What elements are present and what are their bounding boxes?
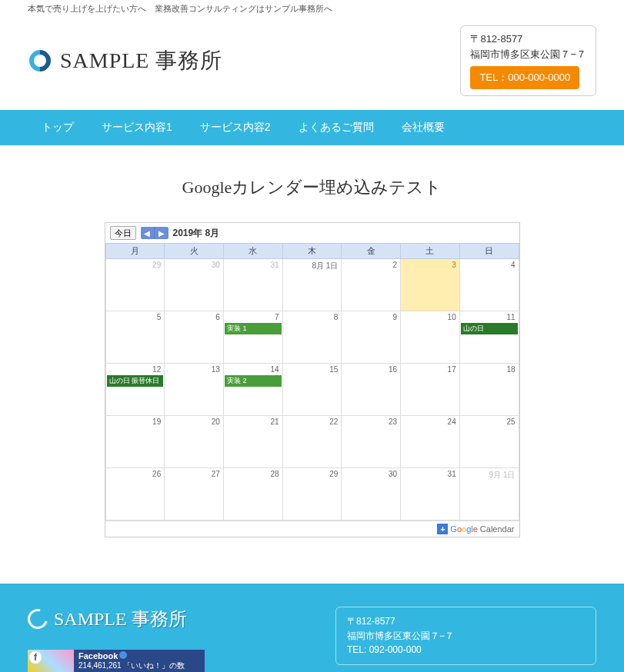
calendar-day[interactable]: 12山の日 振替休日 xyxy=(105,364,165,416)
day-number: 11 xyxy=(460,311,519,323)
calendar-day[interactable]: 11山の日 xyxy=(459,311,519,364)
calendar-day[interactable]: 8 xyxy=(282,311,342,364)
calendar-day[interactable]: 3 xyxy=(401,259,460,311)
day-number: 30 xyxy=(165,259,223,271)
day-number: 8 xyxy=(283,311,342,323)
prev-month-button[interactable]: ◀ xyxy=(141,227,155,239)
calendar-day[interactable]: 8月 1日 xyxy=(282,259,342,311)
dow-header: 日 xyxy=(459,244,519,259)
dow-header: 土 xyxy=(401,244,460,259)
day-number: 24 xyxy=(401,416,459,427)
footer: SAMPLE 事務所 f Facebook 214,461,261 「いいね！」… xyxy=(0,584,624,672)
day-number: 26 xyxy=(106,468,165,480)
day-number: 8月 1日 xyxy=(283,259,342,273)
dow-header: 木 xyxy=(282,244,342,259)
calendar-day[interactable]: 27 xyxy=(165,468,224,521)
nav-arrows: ◀ ▶ xyxy=(141,227,169,239)
day-number: 3 xyxy=(401,259,459,271)
calendar-footer: + Google Calendar xyxy=(105,521,519,537)
calendar-day[interactable]: 17 xyxy=(401,364,460,416)
add-icon[interactable]: + xyxy=(437,524,448,534)
calendar-day[interactable]: 16 xyxy=(342,364,401,416)
calendar-day[interactable]: 22 xyxy=(282,416,342,468)
logo-icon xyxy=(28,48,52,73)
contact-box: 〒812-8577 福岡市博多区東公園７−７ TEL：000-000-0000 xyxy=(460,25,596,96)
calendar-event[interactable]: 実装 1 xyxy=(225,323,282,334)
nav-item-1[interactable]: サービス内容1 xyxy=(88,110,186,145)
today-button[interactable]: 今日 xyxy=(110,226,136,240)
calendar-title: 2019年 8月 xyxy=(173,227,220,240)
calendar-day[interactable]: 9月 1日 xyxy=(459,468,519,521)
verified-icon xyxy=(119,651,127,659)
calendar-day[interactable]: 4 xyxy=(459,259,519,311)
footer-logo-text: SAMPLE 事務所 xyxy=(54,607,187,631)
calendar-event[interactable]: 実装 2 xyxy=(225,375,282,387)
day-number: 4 xyxy=(460,259,519,271)
nav-item-2[interactable]: サービス内容2 xyxy=(186,110,285,145)
day-number: 31 xyxy=(401,468,459,480)
day-number: 13 xyxy=(165,364,223,375)
f-addr: 福岡市博多区東公園７−７ xyxy=(347,630,585,643)
calendar-day[interactable]: 5 xyxy=(105,311,165,364)
footer-logo[interactable]: SAMPLE 事務所 xyxy=(28,607,305,631)
day-number: 20 xyxy=(165,416,223,427)
day-number: 29 xyxy=(106,259,165,271)
calendar-day[interactable]: 13 xyxy=(165,364,224,416)
calendar-day[interactable]: 31 xyxy=(223,259,282,311)
calendar-day[interactable]: 24 xyxy=(401,416,460,468)
facebook-widget[interactable]: f Facebook 214,461,261 「いいね！」の数 xyxy=(28,650,205,672)
nav-item-0[interactable]: トップ xyxy=(28,110,88,145)
calendar-day[interactable]: 2 xyxy=(342,259,401,311)
calendar-day[interactable]: 10 xyxy=(401,311,460,364)
page-title: Googleカレンダー埋め込みテスト xyxy=(0,176,624,199)
day-number: 29 xyxy=(283,468,342,480)
footer-contact: 〒812-8577 福岡市博多区東公園７−７ TEL: 092-000-000 xyxy=(335,607,596,665)
next-month-button[interactable]: ▶ xyxy=(155,227,169,239)
calendar-day[interactable]: 26 xyxy=(105,468,165,521)
calendar-event[interactable]: 山の日 xyxy=(461,323,518,334)
f-tel: TEL: 092-000-000 xyxy=(347,644,585,655)
calendar-day[interactable]: 25 xyxy=(459,416,519,468)
nav-item-4[interactable]: 会社概要 xyxy=(388,110,459,145)
calendar-day[interactable]: 30 xyxy=(342,468,401,521)
calendar-day[interactable]: 31 xyxy=(401,468,460,521)
dow-header: 月 xyxy=(105,244,165,259)
calendar-day[interactable]: 19 xyxy=(105,416,165,468)
calendar-day[interactable]: 29 xyxy=(282,468,342,521)
calendar-controls: 今日 ◀ ▶ 2019年 8月 xyxy=(105,223,519,243)
footer-logo-icon xyxy=(24,605,52,633)
day-number: 16 xyxy=(342,364,400,375)
calendar-day[interactable]: 14実装 2 xyxy=(223,364,282,416)
day-number: 19 xyxy=(106,416,165,427)
day-number: 25 xyxy=(460,416,519,427)
calendar-table: 月火水木金土日 2930318月 1日234567実装 1891011山の日12… xyxy=(105,243,519,521)
day-number: 9 xyxy=(342,311,400,323)
day-number: 7 xyxy=(224,311,282,323)
calendar-day[interactable]: 21 xyxy=(223,416,282,468)
calendar-day[interactable]: 29 xyxy=(105,259,165,311)
tel-button[interactable]: TEL：000-000-0000 xyxy=(470,66,579,89)
calendar-day[interactable]: 30 xyxy=(165,259,224,311)
nav-item-3[interactable]: よくあるご質問 xyxy=(285,110,388,145)
facebook-icon: f xyxy=(29,651,42,664)
logo[interactable]: SAMPLE 事務所 xyxy=(28,46,222,75)
dow-header: 火 xyxy=(165,244,224,259)
calendar-day[interactable]: 20 xyxy=(165,416,224,468)
calendar-day[interactable]: 7実装 1 xyxy=(223,311,282,364)
day-number: 15 xyxy=(283,364,342,375)
day-number: 21 xyxy=(224,416,282,427)
calendar-day[interactable]: 18 xyxy=(459,364,519,416)
fb-likes: 214,461,261 「いいね！」の数 xyxy=(78,660,185,671)
f-zip: 〒812-8577 xyxy=(347,615,585,628)
calendar-word: Calendar xyxy=(480,524,515,534)
calendar: 今日 ◀ ▶ 2019年 8月 月火水木金土日 2930318月 1日23456… xyxy=(105,222,520,537)
calendar-day[interactable]: 28 xyxy=(223,468,282,521)
calendar-day[interactable]: 6 xyxy=(165,311,224,364)
day-number: 31 xyxy=(224,259,282,271)
contact-zip: 〒812-8577 xyxy=(470,32,586,46)
calendar-day[interactable]: 23 xyxy=(342,416,401,468)
calendar-day[interactable]: 9 xyxy=(342,311,401,364)
calendar-event[interactable]: 山の日 振替休日 xyxy=(107,375,164,387)
calendar-day[interactable]: 15 xyxy=(282,364,342,416)
day-number: 23 xyxy=(342,416,400,427)
